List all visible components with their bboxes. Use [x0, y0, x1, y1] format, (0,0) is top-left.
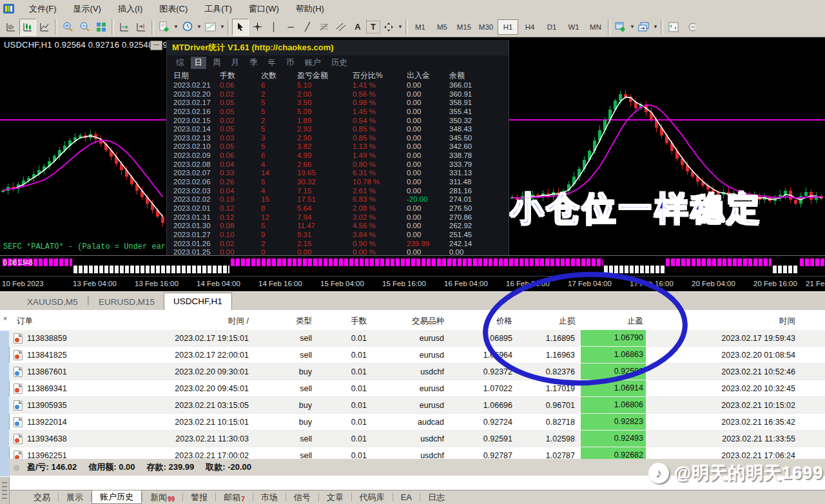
new-chart-icon[interactable] [612, 19, 629, 35]
indicators-caret[interactable]: ▼ [219, 19, 226, 35]
period-m30[interactable]: M30 [476, 19, 496, 35]
period-d1[interactable]: D1 [541, 19, 562, 35]
text-label-icon[interactable]: T [366, 21, 380, 34]
menu-view[interactable]: 显示(V) [65, 2, 110, 15]
period-m5[interactable]: M5 [432, 19, 452, 35]
table-row[interactable]: 1139059352023.02.21 03:15:05buy0.01eurus… [9, 397, 825, 414]
terminal-tab-6[interactable]: 市场 [253, 490, 286, 504]
panel-tab[interactable]: 综 [172, 57, 188, 69]
orders-col-header[interactable]: 交易品种 [369, 316, 447, 327]
zoom-out-icon[interactable] [76, 19, 93, 35]
panel-tab[interactable]: 日 [191, 57, 207, 69]
crosshair-icon[interactable] [249, 19, 266, 35]
chart-shift-icon[interactable] [133, 19, 150, 35]
orders-col-header[interactable]: 类型 [251, 316, 315, 327]
time-axis[interactable]: 10 Feb 202313 Feb 04:0013 Feb 16:0014 Fe… [0, 276, 825, 292]
chart-tab-eurusd-m15[interactable]: EURUSD,M15 [90, 295, 164, 310]
panel-cell: 281.16 [449, 187, 496, 196]
table-row[interactable]: 1139220142023.02.21 10:15:01buy0.01audca… [9, 414, 825, 431]
data-window-icon[interactable] [665, 19, 682, 35]
vertical-line-icon[interactable]: │ [266, 19, 282, 35]
period-mn[interactable]: MN [585, 19, 606, 35]
panel-tab[interactable]: 年 [264, 57, 280, 69]
period-m1[interactable]: M1 [410, 19, 431, 35]
menu-window[interactable]: 窗口(W) [240, 2, 287, 15]
close-icon[interactable]: × [1, 315, 9, 323]
panel-tab[interactable]: 账户 [301, 57, 325, 69]
panel-tab[interactable]: 币 [282, 57, 298, 69]
period-clock-caret[interactable]: ▼ [196, 19, 202, 35]
fibonacci-icon[interactable] [316, 19, 333, 35]
menu-tools[interactable]: 工具(T) [196, 2, 240, 15]
table-row[interactable]: 1139346382023.02.21 11:30:03sell0.01usdc… [9, 431, 825, 447]
orders-col-header[interactable]: 时间 [709, 316, 798, 327]
new-order-caret[interactable]: ▼ [173, 19, 179, 35]
order-cell: 113838859 [9, 333, 119, 344]
zoom-in-icon[interactable] [59, 19, 76, 35]
terminal-tab-0[interactable]: 交易 [26, 490, 58, 504]
panel-tab[interactable]: 月 [228, 57, 244, 69]
period-h4[interactable]: H4 [519, 19, 540, 35]
panel-cell: 4.56 % [353, 222, 407, 231]
horizontal-line-icon[interactable]: ─ [282, 19, 299, 35]
histogram-segment [666, 258, 772, 266]
terminal-tab-2[interactable]: 账户历史 [92, 490, 142, 504]
period-w1[interactable]: W1 [563, 19, 584, 35]
menu-charts[interactable]: 图表(C) [151, 2, 196, 15]
terminal-tab-11[interactable]: 日志 [420, 490, 452, 504]
chart-tab-xauusd-m5[interactable]: XAUUSD,M5 [18, 295, 87, 310]
terminal-tab-7[interactable]: 信号 [286, 490, 318, 504]
table-row[interactable]: 1138693412023.02.20 09:45:01sell0.01euru… [9, 380, 825, 397]
order-cell: 0.01 [315, 334, 369, 343]
text-icon[interactable]: A [349, 19, 366, 35]
table-row[interactable]: 1138418252023.02.17 22:00:01sell0.01euru… [9, 347, 825, 363]
chart-tab-usdchf-h1[interactable]: USDCHF,H1 [164, 293, 232, 310]
panel-cell: 4 [261, 187, 297, 196]
bar-chart-icon[interactable] [3, 19, 19, 35]
terminal-tab-4[interactable]: 警报 [183, 490, 215, 504]
panel-row: 2023.01.310.12127.943.02 %0.00270.86 [167, 213, 509, 222]
panel-tab[interactable]: 历史 [327, 57, 351, 69]
table-row[interactable]: 1138676012023.02.20 09:30:01buy0.01usdch… [9, 363, 825, 380]
indicators-icon[interactable] [202, 19, 219, 35]
channel-icon[interactable] [333, 19, 349, 35]
period-h1[interactable]: H1 [498, 19, 518, 35]
orders-col-header[interactable]: 价格 [447, 316, 515, 327]
table-row[interactable]: 1138388592023.02.17 19:15:01sell0.01euru… [9, 330, 825, 347]
panel-cell: 0.56 % [353, 90, 407, 99]
orders-col-header[interactable]: 止损 [515, 316, 578, 327]
menu-file[interactable]: 文件(F) [21, 2, 65, 15]
strategy-tester-icon[interactable] [682, 19, 699, 35]
terminal-tab-10[interactable]: EA [393, 490, 420, 504]
auto-scroll-icon[interactable] [116, 19, 133, 35]
terminal-tab-9[interactable]: 代码库 [352, 490, 393, 504]
orders-col-header[interactable]: 止盈 [581, 316, 646, 327]
menu-insert[interactable]: 插入(I) [110, 2, 151, 15]
period-m15[interactable]: M15 [454, 19, 474, 35]
terminal-tab-8[interactable]: 文章 [319, 490, 351, 504]
panel-tab[interactable]: 周 [209, 57, 225, 69]
trendline-icon[interactable]: ╱ [299, 19, 316, 35]
candlestick-chart-icon[interactable] [19, 19, 36, 35]
profiles-icon[interactable] [636, 19, 652, 35]
collapse-button[interactable]: — [150, 41, 162, 50]
cursor-icon[interactable] [232, 19, 249, 35]
chart-area[interactable]: USDCHF,H1 0.92564 0.92716 0.92548 0.9 — … [0, 37, 825, 255]
period-clock-icon[interactable] [179, 19, 196, 35]
tile-windows-icon[interactable] [93, 19, 110, 35]
orders-col-header[interactable]: 手数 [315, 316, 369, 327]
indicator-subwindow[interactable]: 0.081348 [0, 255, 825, 276]
terminal-tab-3[interactable]: 新闻99 [142, 490, 182, 504]
arrow-shapes-caret[interactable]: ▼ [397, 19, 403, 35]
terminal-tab-1[interactable]: 展示 [59, 490, 91, 504]
orders-col-header[interactable]: 订单 [9, 316, 119, 327]
arrow-shapes-icon[interactable] [380, 19, 397, 35]
terminal-tab-5[interactable]: 邮箱7 [216, 490, 253, 504]
new-order-icon[interactable] [156, 19, 173, 35]
line-chart-icon[interactable] [36, 19, 53, 35]
new-chart-caret[interactable]: ▼ [629, 19, 636, 35]
menu-help[interactable]: 帮助(H) [287, 2, 333, 15]
profiles-caret[interactable]: ▼ [652, 19, 659, 35]
panel-tab[interactable]: 季 [246, 57, 262, 69]
orders-col-header[interactable]: 时间 / [119, 316, 251, 327]
